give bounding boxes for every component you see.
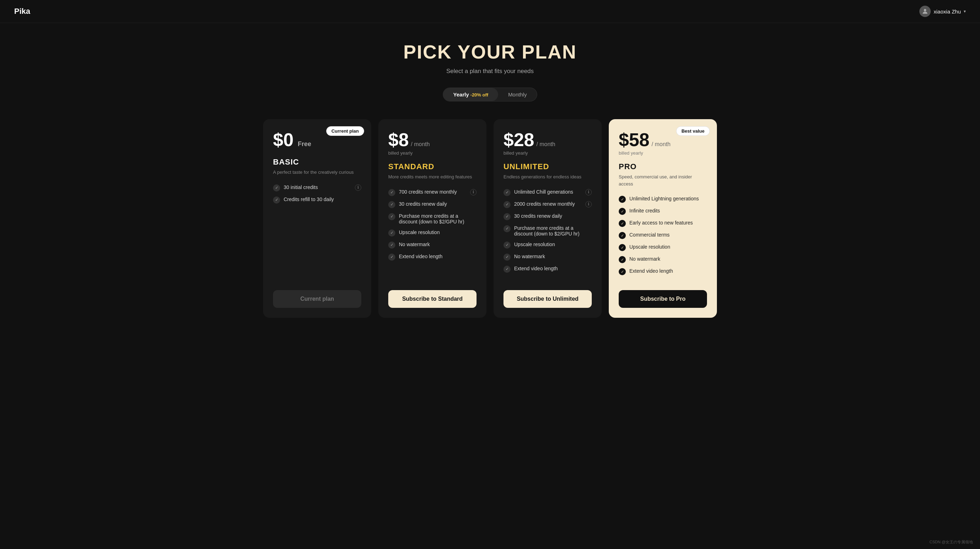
price-period-unlimited: / month	[536, 141, 555, 148]
user-name: xiaoxia Zhu	[934, 8, 961, 14]
check-icon: ✓	[619, 256, 626, 263]
billed-note-pro: billed yearly	[619, 150, 707, 156]
feature-item: ✓ Extend video length	[619, 268, 707, 275]
chevron-down-icon: ▾	[964, 9, 966, 14]
features-list-basic: ✓ 30 initial credits ℹ ✓ Credits refill …	[273, 185, 361, 280]
btn-area-unlimited: Subscribe to Unlimited	[503, 290, 592, 308]
subscribe-btn-basic: Current plan	[273, 290, 361, 308]
feature-text: Purchase more credits at a discount (dow…	[514, 225, 592, 237]
feature-item: ✓ 30 initial credits ℹ	[273, 185, 361, 191]
feature-text: 30 credits renew daily	[399, 201, 447, 207]
price-period-standard: / month	[411, 141, 430, 148]
feature-item: ✓ Purchase more credits at a discount (d…	[388, 213, 477, 224]
plan-badge-pro: Best value	[676, 126, 710, 136]
price-amount-basic: $0	[273, 130, 294, 149]
feature-text: Purchase more credits at a discount (dow…	[399, 213, 477, 224]
plan-desc-pro: Speed, commercial use, and insider acces…	[619, 173, 707, 187]
page-subtitle: Select a plan that fits your needs	[446, 68, 534, 75]
feature-item: ✓ No watermark	[503, 254, 592, 261]
feature-item: ✓ 30 credits renew daily	[388, 201, 477, 208]
check-icon: ✓	[388, 242, 395, 248]
btn-area-standard: Subscribe to Standard	[388, 290, 477, 308]
feature-item: ✓ Extend video length	[388, 254, 477, 261]
feature-text: Commercial terms	[629, 232, 670, 238]
check-icon: ✓	[273, 185, 280, 191]
feature-text: Upscale resolution	[629, 244, 670, 250]
discount-badge: -20% off	[471, 92, 488, 97]
billed-note-standard: billed yearly	[388, 150, 477, 156]
feature-text: Extend video length	[629, 268, 673, 274]
billed-note-unlimited: billed yearly	[503, 150, 592, 156]
price-row-unlimited: $28 / month	[503, 130, 592, 149]
billing-toggle: Yearly-20% off Monthly	[443, 88, 537, 102]
feature-item: ✓ Credits refill to 30 daily	[273, 196, 361, 204]
feature-text: 30 initial credits	[284, 185, 318, 190]
feature-text: Credits refill to 30 daily	[284, 196, 334, 202]
feature-item: ✓ Unlimited Lightning generations	[619, 196, 707, 203]
feature-item: ✓ Commercial terms	[619, 232, 707, 239]
header: Pika xiaoxia Zhu ▾	[0, 0, 980, 23]
features-list-standard: ✓ 700 credits renew monthly ℹ ✓ 30 credi…	[388, 189, 477, 280]
avatar	[920, 6, 931, 17]
feature-text: Unlimited Lightning generations	[629, 196, 699, 201]
feature-text: No watermark	[514, 254, 545, 259]
svg-point-0	[924, 9, 926, 11]
info-icon[interactable]: ℹ	[355, 185, 361, 191]
price-row-standard: $8 / month	[388, 130, 477, 149]
plan-desc-standard: More credits meets more editing features	[388, 173, 477, 180]
feature-text: Unlimited Chill generations	[514, 189, 573, 195]
check-icon: ✓	[619, 220, 626, 227]
plan-card-unlimited: $28 / month billed yearly UNLIMITED Endl…	[493, 119, 602, 318]
price-amount-unlimited: $28	[503, 130, 534, 149]
feature-item: ✓ Unlimited Chill generations ℹ	[503, 189, 592, 196]
check-icon: ✓	[619, 208, 626, 215]
yearly-toggle-btn[interactable]: Yearly-20% off	[443, 88, 498, 101]
feature-text: Upscale resolution	[399, 229, 440, 235]
plan-name-basic: BASIC	[273, 158, 361, 167]
plan-desc-unlimited: Endless generations for endless ideas	[503, 173, 592, 180]
feature-item: ✓ No watermark	[619, 256, 707, 263]
check-icon: ✓	[503, 213, 511, 220]
features-list-unlimited: ✓ Unlimited Chill generations ℹ ✓ 2000 c…	[503, 189, 592, 280]
check-icon: ✓	[503, 189, 511, 196]
feature-text: No watermark	[629, 256, 660, 262]
subscribe-btn-standard[interactable]: Subscribe to Standard	[388, 290, 477, 308]
feature-item: ✓ Upscale resolution	[619, 244, 707, 251]
check-icon: ✓	[503, 266, 511, 273]
feature-text: Early access to new features	[629, 220, 693, 226]
check-icon: ✓	[503, 254, 511, 261]
check-icon: ✓	[388, 189, 395, 196]
info-icon[interactable]: ℹ	[470, 189, 477, 196]
check-icon: ✓	[619, 244, 626, 251]
check-icon: ✓	[619, 232, 626, 239]
plan-badge-basic: Current plan	[326, 126, 364, 136]
feature-text: Upscale resolution	[514, 242, 555, 247]
feature-item: ✓ Upscale resolution	[388, 229, 477, 237]
feature-item: ✓ Early access to new features	[619, 220, 707, 227]
feature-text: Infinite credits	[629, 208, 660, 213]
feature-text: 2000 credits renew monthly	[514, 201, 575, 207]
info-icon[interactable]: ℹ	[585, 189, 592, 196]
feature-item: ✓ No watermark	[388, 242, 477, 248]
check-icon: ✓	[273, 196, 280, 204]
info-icon[interactable]: ℹ	[585, 201, 592, 207]
feature-item: ✓ Extend video length	[503, 266, 592, 273]
user-menu[interactable]: xiaoxia Zhu ▾	[920, 6, 966, 17]
yearly-label: Yearly	[453, 91, 469, 97]
plans-grid: Current plan $0 Free BASIC A perfect tas…	[263, 119, 717, 318]
plan-name-unlimited: UNLIMITED	[503, 162, 592, 171]
btn-area-basic: Current plan	[273, 290, 361, 308]
feature-text: 30 credits renew daily	[514, 213, 562, 219]
subscribe-btn-unlimited[interactable]: Subscribe to Unlimited	[503, 290, 592, 308]
check-icon: ✓	[388, 229, 395, 237]
subscribe-btn-pro[interactable]: Subscribe to Pro	[619, 290, 707, 308]
check-icon: ✓	[503, 242, 511, 248]
btn-area-pro: Subscribe to Pro	[619, 290, 707, 308]
feature-item: ✓ Upscale resolution	[503, 242, 592, 248]
plan-card-basic: Current plan $0 Free BASIC A perfect tas…	[263, 119, 371, 318]
monthly-toggle-btn[interactable]: Monthly	[498, 88, 537, 101]
watermark: CSDN @女王の专属领地	[930, 539, 973, 545]
feature-item: ✓ Infinite credits	[619, 208, 707, 215]
price-amount-standard: $8	[388, 130, 409, 149]
feature-text: Extend video length	[514, 266, 558, 271]
